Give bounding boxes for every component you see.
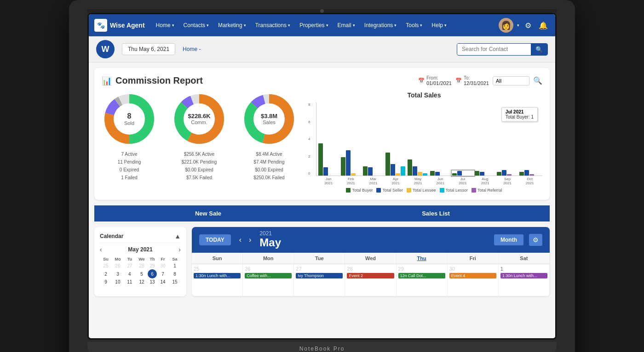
cal-cell-27[interactable]: 27 Ivy Thompson — [294, 264, 345, 296]
bar-oct-referral — [529, 174, 534, 176]
report-search-button[interactable]: 🔍 — [533, 76, 542, 85]
donut-sold-center: 8 Sold — [124, 112, 134, 126]
nav-tools[interactable]: Tools ▾ — [402, 19, 426, 31]
bar-jul — [452, 171, 474, 176]
integrations-caret: ▾ — [394, 23, 397, 28]
cal-cell-26[interactable]: 26 Coffee with... — [243, 264, 294, 296]
nav-marketing[interactable]: Marketing ▾ — [214, 19, 250, 31]
search-button[interactable]: 🔍 — [531, 44, 547, 55]
prev-month-full-button[interactable]: ‹ — [236, 235, 244, 245]
legend-buyer-dot — [346, 188, 351, 193]
bar-apr-lessor — [401, 166, 405, 176]
cal-day[interactable]: 25 — [100, 262, 112, 269]
laptop-notch — [87, 9, 557, 13]
nav-transactions[interactable]: Transactions ▾ — [252, 19, 294, 31]
search-input[interactable] — [457, 44, 531, 55]
donut-comm-stats: $256.5K Active $221.0K Pending $0.00 Exp… — [182, 150, 217, 182]
help-caret: ▾ — [444, 23, 447, 28]
cal-day[interactable]: 11 — [124, 278, 136, 285]
full-calendar: TODAY ‹ › 2021 May Month ⚙ Sun — [192, 227, 550, 296]
cal-event[interactable]: Ivy Thompson — [296, 273, 343, 278]
bar-feb-seller — [346, 150, 351, 176]
month-view-button[interactable]: Month — [494, 234, 523, 245]
next-month-button[interactable]: › — [178, 246, 181, 253]
cal-month-nav: ‹ May 2021 › — [100, 246, 181, 253]
nav-email[interactable]: Email ▾ — [334, 19, 359, 31]
cal-nav-arrows: ‹ › — [236, 235, 254, 245]
bar-jun — [430, 171, 452, 176]
calendar-label: Calendar — [100, 233, 123, 239]
cal-cell-30[interactable]: 30 Event 4 — [448, 264, 499, 296]
avatar[interactable]: 👩 — [499, 18, 513, 33]
cal-day[interactable]: 28 — [136, 262, 148, 269]
bar-mar-seller — [368, 167, 373, 176]
cal-day[interactable]: 27 — [124, 262, 136, 269]
cal-day[interactable]: 5 — [136, 269, 148, 278]
cal-day[interactable]: 15 — [169, 278, 181, 285]
new-sale-button[interactable]: New Sale — [94, 205, 322, 221]
cal-event[interactable]: Event 2 — [347, 273, 394, 278]
cal-event[interactable]: Coffee with... — [245, 273, 292, 278]
cal-day[interactable]: 1 — [169, 262, 181, 269]
cal-day[interactable]: 10 — [112, 278, 124, 285]
cal-event[interactable]: 1:30n Lunch with... — [194, 273, 241, 278]
cal-day[interactable]: 26 — [112, 262, 124, 269]
cal-day[interactable]: 3 — [112, 269, 124, 278]
chart-icon: 📊 — [102, 76, 112, 86]
cal-cell-1[interactable]: 1 1:30n Lunch with... — [499, 264, 550, 296]
date-num: 28 — [347, 266, 394, 272]
settings-icon[interactable]: ⚙ — [523, 19, 533, 32]
notifications-icon[interactable]: 🔔 — [537, 19, 550, 32]
cal-cell-25[interactable]: 25 1:30n Lunch with... — [192, 264, 243, 296]
cal-event[interactable]: Event 4 — [449, 273, 496, 278]
nav-help[interactable]: Help ▾ — [428, 19, 450, 31]
cal-day[interactable]: 12 — [136, 278, 148, 285]
mini-cal-grid: Su Mo Tu We Th Fr Sa 25 — [100, 256, 181, 285]
next-month-full-button[interactable]: › — [246, 235, 254, 245]
date-num: 27 — [296, 266, 343, 272]
cal-cell-29[interactable]: 29 12n Call Dot... — [397, 264, 448, 296]
cal-day[interactable]: 29 — [148, 262, 157, 269]
col-wed: Wed — [345, 253, 396, 264]
calendar-settings-button[interactable]: ⚙ — [529, 234, 542, 246]
nav-properties[interactable]: Properties ▾ — [296, 19, 332, 31]
cal-day[interactable]: 13 — [148, 278, 157, 285]
nav-integrations[interactable]: Integrations ▾ — [361, 19, 401, 31]
nav-home[interactable]: Home ▾ — [152, 19, 178, 31]
legend-lessor: Total Lessor — [440, 188, 468, 193]
cal-day-today[interactable]: 6 — [148, 269, 157, 278]
prev-month-button[interactable]: ‹ — [100, 246, 102, 253]
email-caret: ▾ — [353, 23, 355, 28]
donut-sales-center: $3.8M Sales — [261, 113, 277, 125]
sales-list-button[interactable]: Sales List — [322, 205, 550, 221]
report-title: 📊 Commission Report — [102, 75, 203, 86]
filter-select[interactable]: All Buyer Seller — [493, 76, 529, 85]
bar-chart: 86420 — [316, 102, 542, 176]
cal-day[interactable]: 14 — [157, 278, 169, 285]
col-thu: Thu — [397, 253, 448, 264]
bar-oct-buyer — [519, 172, 524, 176]
legend-referral-dot — [472, 188, 476, 193]
day-header-fr: Fr — [157, 256, 169, 262]
cal-day[interactable]: 2 — [100, 269, 112, 278]
cal-event[interactable]: 12n Call Dot... — [398, 273, 445, 278]
bar-sep-seller — [502, 170, 506, 176]
toolbar: W Thu May 6, 2021 Home - 🔍 — [89, 36, 555, 62]
donut-sold-chart: 8 Sold — [102, 91, 157, 147]
properties-caret: ▾ — [326, 23, 328, 28]
cal-day[interactable]: 7 — [157, 269, 169, 278]
calendar-collapse-button[interactable]: ▲ — [174, 233, 181, 240]
cal-day[interactable]: 4 — [124, 269, 136, 278]
cal-event[interactable]: 1:30n Lunch with... — [500, 273, 547, 278]
col-tue: Tue — [294, 253, 345, 264]
bar-chart-section: Total Sales 86420 — [306, 91, 542, 193]
nav-contacts[interactable]: Contacts ▾ — [180, 19, 213, 31]
today-button[interactable]: TODAY — [199, 234, 231, 245]
col-fri: Fri — [448, 253, 499, 264]
y-axis-labels: 86420 — [308, 102, 310, 176]
cal-day[interactable]: 8 — [169, 269, 181, 278]
cal-cell-28[interactable]: 28 Event 2 — [345, 264, 396, 296]
cal-day[interactable]: 30 — [157, 262, 169, 269]
action-bar: New Sale Sales List — [94, 205, 550, 221]
cal-day[interactable]: 9 — [100, 278, 112, 285]
